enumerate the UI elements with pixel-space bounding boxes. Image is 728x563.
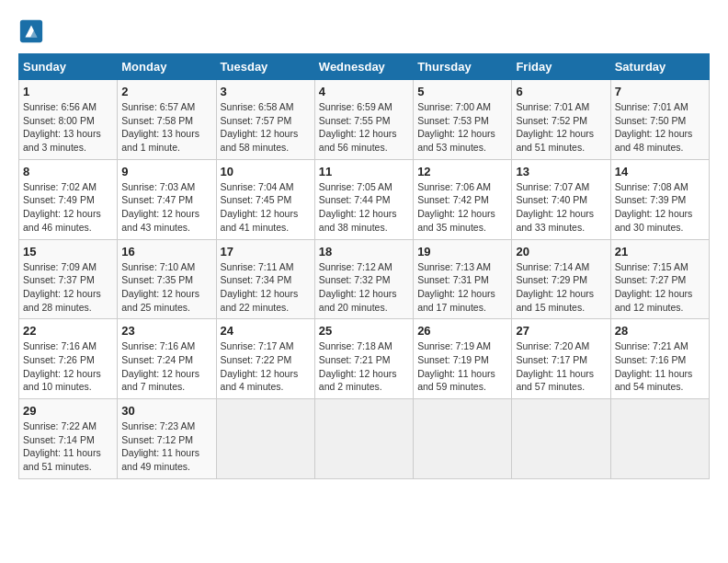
day-info: Sunrise: 7:12 AMSunset: 7:32 PMDaylight:… [319,260,409,315]
day-number: 11 [319,165,409,178]
day-info: Sunrise: 6:59 AMSunset: 7:55 PMDaylight:… [319,100,409,155]
day-number: 6 [516,85,606,98]
calendar-cell: 4Sunrise: 6:59 AMSunset: 7:55 PMDaylight… [314,80,413,160]
day-of-week-header: Sunday [19,54,118,80]
logo [18,18,48,44]
calendar-week-row: 29Sunrise: 7:22 AMSunset: 7:14 PMDayligh… [19,399,710,479]
day-number: 29 [23,404,113,418]
day-info: Sunrise: 6:58 AMSunset: 7:57 PMDaylight:… [221,100,311,155]
calendar-cell: 28Sunrise: 7:21 AMSunset: 7:16 PMDayligh… [610,319,709,399]
day-number: 3 [221,85,311,98]
calendar-cell: 7Sunrise: 7:01 AMSunset: 7:50 PMDaylight… [610,80,709,160]
day-number: 17 [221,245,311,259]
day-number: 12 [417,165,507,178]
day-number: 24 [221,324,311,338]
day-info: Sunrise: 7:17 AMSunset: 7:22 PMDaylight:… [221,339,311,394]
day-info: Sunrise: 7:16 AMSunset: 7:26 PMDaylight:… [23,339,113,394]
day-of-week-header: Thursday [414,54,512,80]
day-info: Sunrise: 7:01 AMSunset: 7:52 PMDaylight:… [516,100,606,155]
calendar-cell: 18Sunrise: 7:12 AMSunset: 7:32 PMDayligh… [314,239,413,319]
day-number: 5 [417,85,507,98]
calendar-cell: 19Sunrise: 7:13 AMSunset: 7:31 PMDayligh… [414,239,512,319]
day-info: Sunrise: 7:22 AMSunset: 7:14 PMDaylight:… [23,419,113,474]
day-number: 21 [615,245,705,259]
calendar-cell [610,399,709,479]
calendar-cell: 16Sunrise: 7:10 AMSunset: 7:35 PMDayligh… [118,239,216,319]
day-info: Sunrise: 7:13 AMSunset: 7:31 PMDaylight:… [417,260,507,315]
day-of-week-header: Friday [512,54,610,80]
calendar-cell: 24Sunrise: 7:17 AMSunset: 7:22 PMDayligh… [216,319,314,399]
day-number: 1 [23,85,113,98]
day-info: Sunrise: 7:08 AMSunset: 7:39 PMDaylight:… [615,180,705,235]
calendar-cell: 11Sunrise: 7:05 AMSunset: 7:44 PMDayligh… [314,159,413,239]
day-number: 22 [23,324,113,338]
calendar-cell: 6Sunrise: 7:01 AMSunset: 7:52 PMDaylight… [512,80,610,160]
page-header [18,18,710,44]
day-number: 8 [23,165,113,178]
day-number: 2 [121,85,211,98]
day-of-week-header: Wednesday [314,54,413,80]
calendar-cell: 2Sunrise: 6:57 AMSunset: 7:58 PMDaylight… [118,80,216,160]
calendar-cell [314,399,413,479]
day-number: 14 [615,165,705,178]
day-info: Sunrise: 7:02 AMSunset: 7:49 PMDaylight:… [23,180,113,235]
day-info: Sunrise: 7:21 AMSunset: 7:16 PMDaylight:… [615,339,705,394]
calendar-cell: 9Sunrise: 7:03 AMSunset: 7:47 PMDaylight… [118,159,216,239]
day-info: Sunrise: 6:57 AMSunset: 7:58 PMDaylight:… [121,100,211,155]
calendar-cell: 30Sunrise: 7:23 AMSunset: 7:12 PMDayligh… [118,399,216,479]
day-of-week-header: Saturday [610,54,709,80]
calendar-cell: 26Sunrise: 7:19 AMSunset: 7:19 PMDayligh… [414,319,512,399]
day-info: Sunrise: 7:15 AMSunset: 7:27 PMDaylight:… [615,260,705,315]
calendar-cell: 10Sunrise: 7:04 AMSunset: 7:45 PMDayligh… [216,159,314,239]
day-number: 20 [516,245,606,259]
calendar-cell: 15Sunrise: 7:09 AMSunset: 7:37 PMDayligh… [19,239,118,319]
day-number: 19 [417,245,507,259]
calendar-week-row: 1Sunrise: 6:56 AMSunset: 8:00 PMDaylight… [19,80,710,160]
calendar-cell: 20Sunrise: 7:14 AMSunset: 7:29 PMDayligh… [512,239,610,319]
day-info: Sunrise: 6:56 AMSunset: 8:00 PMDaylight:… [23,100,113,155]
day-number: 16 [121,245,211,259]
day-info: Sunrise: 7:11 AMSunset: 7:34 PMDaylight:… [221,260,311,315]
day-number: 27 [516,324,606,338]
day-info: Sunrise: 7:07 AMSunset: 7:40 PMDaylight:… [516,180,606,235]
day-number: 18 [319,245,409,259]
calendar-week-row: 8Sunrise: 7:02 AMSunset: 7:49 PMDaylight… [19,159,710,239]
day-number: 10 [221,165,311,178]
day-number: 15 [23,245,113,259]
calendar-cell: 1Sunrise: 6:56 AMSunset: 8:00 PMDaylight… [19,80,118,160]
day-of-week-header: Monday [118,54,216,80]
calendar-cell [216,399,314,479]
day-number: 26 [417,324,507,338]
day-info: Sunrise: 7:09 AMSunset: 7:37 PMDaylight:… [23,260,113,315]
day-info: Sunrise: 7:06 AMSunset: 7:42 PMDaylight:… [417,180,507,235]
calendar-cell: 12Sunrise: 7:06 AMSunset: 7:42 PMDayligh… [414,159,512,239]
day-info: Sunrise: 7:16 AMSunset: 7:24 PMDaylight:… [121,339,211,394]
day-number: 23 [121,324,211,338]
calendar-week-row: 15Sunrise: 7:09 AMSunset: 7:37 PMDayligh… [19,239,710,319]
calendar-cell [414,399,512,479]
day-number: 4 [319,85,409,98]
day-info: Sunrise: 7:03 AMSunset: 7:47 PMDaylight:… [121,180,211,235]
day-number: 25 [319,324,409,338]
logo-icon [18,18,44,44]
day-info: Sunrise: 7:14 AMSunset: 7:29 PMDaylight:… [516,260,606,315]
day-info: Sunrise: 7:10 AMSunset: 7:35 PMDaylight:… [121,260,211,315]
calendar-cell: 3Sunrise: 6:58 AMSunset: 7:57 PMDaylight… [216,80,314,160]
calendar-cell: 14Sunrise: 7:08 AMSunset: 7:39 PMDayligh… [610,159,709,239]
day-info: Sunrise: 7:04 AMSunset: 7:45 PMDaylight:… [221,180,311,235]
day-info: Sunrise: 7:18 AMSunset: 7:21 PMDaylight:… [319,339,409,394]
day-info: Sunrise: 7:20 AMSunset: 7:17 PMDaylight:… [516,339,606,394]
calendar-cell: 27Sunrise: 7:20 AMSunset: 7:17 PMDayligh… [512,319,610,399]
day-number: 9 [121,165,211,178]
calendar-cell: 22Sunrise: 7:16 AMSunset: 7:26 PMDayligh… [19,319,118,399]
calendar-week-row: 22Sunrise: 7:16 AMSunset: 7:26 PMDayligh… [19,319,710,399]
calendar-cell [512,399,610,479]
day-info: Sunrise: 7:05 AMSunset: 7:44 PMDaylight:… [319,180,409,235]
calendar-cell: 29Sunrise: 7:22 AMSunset: 7:14 PMDayligh… [19,399,118,479]
calendar-cell: 5Sunrise: 7:00 AMSunset: 7:53 PMDaylight… [414,80,512,160]
calendar-cell: 8Sunrise: 7:02 AMSunset: 7:49 PMDaylight… [19,159,118,239]
day-info: Sunrise: 7:00 AMSunset: 7:53 PMDaylight:… [417,100,507,155]
calendar-cell: 25Sunrise: 7:18 AMSunset: 7:21 PMDayligh… [314,319,413,399]
calendar-cell: 13Sunrise: 7:07 AMSunset: 7:40 PMDayligh… [512,159,610,239]
day-number: 13 [516,165,606,178]
